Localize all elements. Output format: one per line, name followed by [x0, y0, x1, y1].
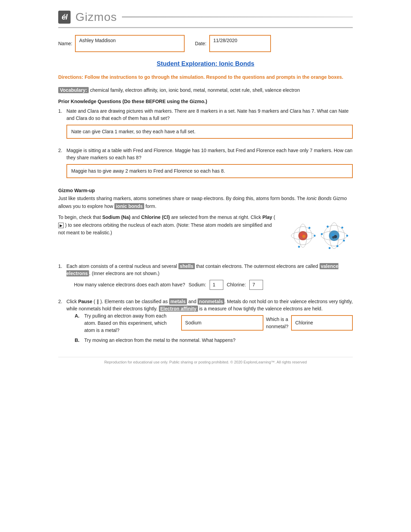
sub-a-text: Try pulling an electron away from each a… — [84, 312, 168, 334]
page-header: él Gizmos — [58, 10, 353, 28]
atom-diagram — [286, 213, 351, 258]
pk-question-1: 1. Nate and Clara are drawing pictures w… — [58, 108, 353, 144]
name-label: Name: — [58, 41, 72, 46]
app-name: Gizmos — [75, 10, 117, 24]
warmup-intro: Just like students sharing markers, atom… — [58, 195, 353, 210]
warmup-q2: 2. Click Pause ( ‖ ). Elements can be cl… — [58, 298, 353, 347]
svg-point-17 — [328, 247, 331, 249]
wq1-num: 1. — [58, 263, 64, 295]
wq2-sub-list: A. Try pulling an electron away from eac… — [66, 312, 353, 344]
warmup-intro-text: Just like students sharing markers, atom… — [58, 196, 347, 209]
svg-point-5 — [302, 235, 306, 238]
date-input[interactable]: 11/28/2020 — [209, 35, 271, 52]
wq2-sub-b: B. Try moving an electron from the metal… — [75, 337, 353, 344]
prior-knowledge-header: Prior Knowledge Questions (Do these BEFO… — [58, 99, 353, 104]
pk-answer-1[interactable]: Nate can give Clara 1 marker, so they ea… — [66, 125, 353, 139]
vocabulary-label: Vocabulary: — [58, 87, 89, 93]
ionic-bonds-term: ionic bonds — [114, 203, 144, 209]
warmup-with-image: To begin, check that Sodium (Na) and Chl… — [58, 213, 353, 258]
directions-text: Directions: Follow the instructions to g… — [58, 74, 353, 81]
page-footer: Reproduction for educational use only. P… — [58, 357, 353, 364]
svg-point-7 — [298, 246, 300, 248]
warmup-questions: 1. Each atom consists of a central nucle… — [58, 263, 353, 347]
warmup-q1: 1. Each atom consists of a central nucle… — [58, 263, 353, 295]
page-title: Student Exploration: Ionic Bonds — [58, 60, 353, 67]
sub-b-letter: B. — [75, 337, 82, 344]
chlorine-value-box[interactable]: 7 — [249, 280, 263, 290]
warmup-text-col: To begin, check that Sodium (Na) and Chl… — [58, 213, 277, 258]
svg-point-15 — [332, 236, 335, 239]
name-field-group: Name: Ashley Maddison — [58, 35, 185, 52]
metals-term: metals — [169, 298, 187, 305]
nonmetal-answer-box[interactable]: Chlorine — [291, 315, 353, 331]
logo-icon: él — [58, 11, 71, 24]
nonmetal-label: Which is a nonmetal? — [263, 315, 291, 331]
wq1-text: Each atom consists of a central nucleus … — [66, 263, 353, 277]
gizmo-name-italic: Ionic Bonds — [307, 196, 332, 201]
name-input[interactable]: Ashley Maddison — [75, 35, 185, 52]
svg-point-20 — [336, 245, 338, 247]
date-field-group: Date: 11/28/2020 — [195, 35, 271, 52]
pk-q2-content: Maggie is sitting at a table with Fred a… — [66, 147, 353, 183]
svg-point-6 — [314, 235, 316, 237]
sub-a-answer-row: Sodium Which is a nonmetal? Chlorine — [181, 315, 353, 331]
svg-point-22 — [343, 240, 345, 242]
valence-question-text: How many valence electrons does each ato… — [74, 281, 185, 288]
valence-question-row: How many valence electrons does each ato… — [74, 280, 353, 290]
sub-a-letter: A. — [75, 312, 82, 334]
wq2-text: Click Pause ( ‖ ). Elements can be class… — [66, 298, 353, 312]
pk-q2-num: 2. — [58, 147, 64, 183]
prior-knowledge-list: 1. Nate and Clara are drawing pictures w… — [58, 108, 353, 183]
date-label: Date: — [195, 41, 206, 46]
pk-q1-text: Nate and Clara are drawing pictures with… — [66, 108, 349, 121]
warmup-para2: To begin, check that Sodium (Na) and Chl… — [58, 213, 277, 236]
wq2-num: 2. — [58, 298, 64, 347]
wq2-sub-a: A. Try pulling an electron away from eac… — [75, 312, 353, 334]
pause-bold: Pause — [78, 299, 92, 304]
warmup-header: Gizmo Warm-up — [58, 188, 353, 193]
metal-answer-box[interactable]: Sodium — [181, 315, 263, 331]
svg-point-18 — [341, 227, 344, 229]
chlorine-label: Chlorine: — [227, 281, 246, 288]
vocabulary-line: Vocabulary: chemical family, electron af… — [58, 86, 353, 94]
chlorine-cl-bold: Chlorine (Cl) — [141, 214, 170, 220]
shells-term: shells — [178, 263, 195, 269]
pk-q1-num: 1. — [58, 108, 64, 144]
play-button-symbol: ▶ — [58, 223, 64, 228]
pk-answer-2[interactable]: Maggie has to give away 2 markers to Fre… — [66, 164, 353, 178]
electron-affinity-term: Electron affinity — [159, 306, 198, 312]
sodium-na-bold: Sodium (Na) — [102, 214, 130, 220]
wq1-content: Each atom consists of a central nucleus … — [66, 263, 353, 295]
vocabulary-terms: chemical family, electron affinity, ion,… — [90, 87, 300, 93]
pk-q2-text: Maggie is sitting at a table with Fred a… — [66, 148, 352, 160]
valence-electrons-term: valence electrons — [66, 263, 338, 276]
name-date-row: Name: Ashley Maddison Date: 11/28/2020 — [58, 35, 353, 52]
sub-b-text: Try moving an electron from the metal to… — [84, 337, 236, 344]
svg-point-19 — [321, 233, 323, 235]
svg-point-13 — [331, 233, 335, 237]
header-rule — [122, 16, 353, 17]
sodium-label: Sodium: — [189, 281, 206, 288]
wq2-content: Click Pause ( ‖ ). Elements can be class… — [66, 298, 353, 347]
svg-point-21 — [327, 226, 329, 228]
pk-question-2: 2. Maggie is sitting at a table with Fre… — [58, 147, 353, 183]
svg-point-16 — [346, 235, 348, 237]
svg-point-8 — [309, 227, 311, 229]
pk-q1-content: Nate and Clara are drawing pictures with… — [66, 108, 353, 144]
sodium-value-box[interactable]: 1 — [210, 280, 223, 290]
play-bold: Play — [262, 214, 272, 220]
atom-image-col — [284, 213, 353, 258]
nonmetals-term: nonmetals — [198, 298, 224, 305]
